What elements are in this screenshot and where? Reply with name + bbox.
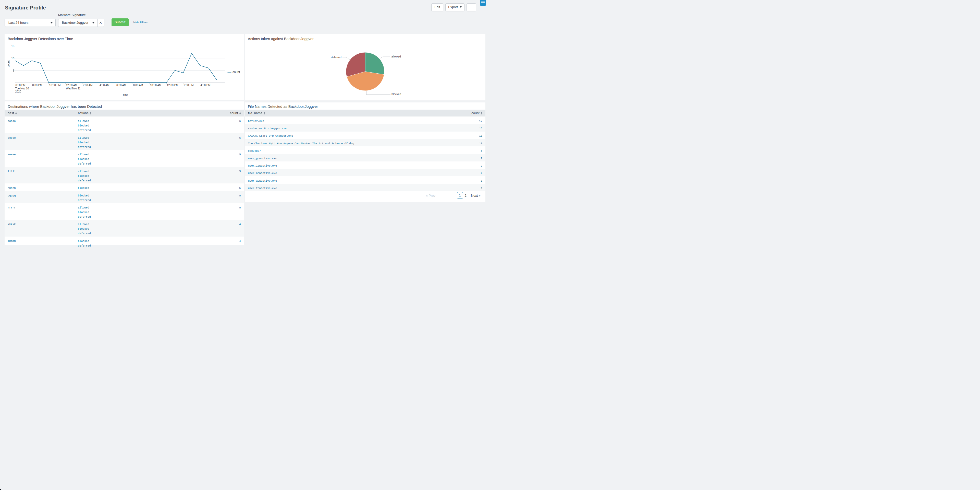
svg-text:6:00 PM: 6:00 PM <box>16 83 25 86</box>
svg-text:Tue Nov 10: Tue Nov 10 <box>15 86 29 90</box>
svg-text:6:00 AM: 6:00 AM <box>116 83 126 86</box>
svg-text:deferred: deferred <box>331 56 342 59</box>
svg-text:allowed: allowed <box>391 55 401 58</box>
svg-text:10:00 PM: 10:00 PM <box>49 83 60 86</box>
svg-text:count: count <box>7 60 10 67</box>
svg-text:10: 10 <box>11 56 14 59</box>
svg-text:12:00 AM: 12:00 AM <box>66 83 77 86</box>
svg-text:blocked: blocked <box>391 92 401 95</box>
svg-text:2:00 PM: 2:00 PM <box>184 83 194 86</box>
svg-text:2:00 AM: 2:00 AM <box>83 83 93 86</box>
svg-text:15: 15 <box>11 44 14 47</box>
svg-text:10:00 AM: 10:00 AM <box>150 83 161 86</box>
svg-text:5: 5 <box>13 69 14 72</box>
svg-text:8:00 PM: 8:00 PM <box>32 83 42 86</box>
svg-text:2020: 2020 <box>15 90 21 93</box>
svg-text:4:00 AM: 4:00 AM <box>100 83 110 86</box>
svg-text:4:00 PM: 4:00 PM <box>200 83 210 86</box>
svg-text:Wed Nov 11: Wed Nov 11 <box>66 86 81 90</box>
svg-text:count: count <box>232 70 240 74</box>
svg-text:8:00 AM: 8:00 AM <box>133 83 143 86</box>
svg-text:_time: _time <box>121 93 128 96</box>
svg-text:12:00 PM: 12:00 PM <box>167 83 178 86</box>
